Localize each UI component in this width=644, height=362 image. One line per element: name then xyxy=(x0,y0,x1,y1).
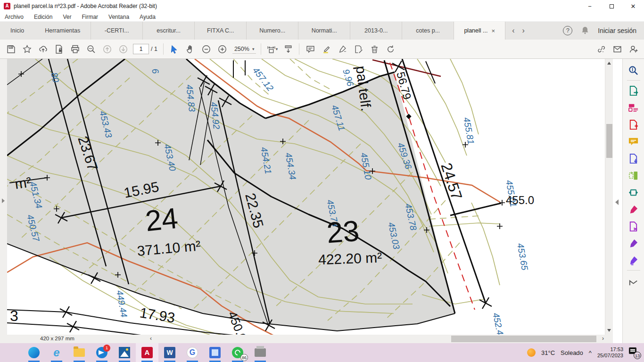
convert-pdf-button[interactable] xyxy=(626,218,642,235)
add-user-button[interactable] xyxy=(625,41,641,57)
scroll-up-icon[interactable] xyxy=(607,62,611,65)
menu-firmar[interactable]: Firmar xyxy=(82,14,98,20)
tray-chevron-icon[interactable]: ^ xyxy=(589,349,592,356)
fit-width-button[interactable]: ▾ xyxy=(264,41,280,57)
comment-button[interactable] xyxy=(302,41,318,57)
help-icon[interactable]: ? xyxy=(563,26,572,35)
zoom-in-button[interactable] xyxy=(215,41,231,57)
doc-tab-5[interactable]: 2013-0... xyxy=(350,22,402,40)
cadastral-map: .806453.43453.40451.34450.57449.44454.83… xyxy=(7,59,605,335)
weather-temp[interactable]: 31°C xyxy=(541,349,555,356)
vertical-scrollbar[interactable] xyxy=(605,59,613,335)
zoom-level-select[interactable]: 250% ▾ xyxy=(232,45,256,54)
save-button[interactable] xyxy=(3,41,19,57)
pdf-document-canvas[interactable]: .806453.43453.40451.34450.57449.44454.83… xyxy=(7,59,613,335)
notification-center-button[interactable]: 13 xyxy=(629,347,639,358)
photos-icon xyxy=(119,347,130,358)
menu-archivo[interactable]: Archivo xyxy=(5,14,24,20)
tab-inicio[interactable]: Inicio xyxy=(0,22,34,40)
taskbar-internet-explorer-button[interactable]: e xyxy=(45,343,68,362)
weather-sun-icon[interactable] xyxy=(527,348,536,357)
export-pdf-button[interactable] xyxy=(626,82,642,99)
refresh-button[interactable] xyxy=(382,41,398,57)
tab-herramientas[interactable]: Herramientas xyxy=(34,22,91,40)
collapse-tools-panel-icon[interactable] xyxy=(615,199,619,205)
expand-left-panel-icon[interactable] xyxy=(2,198,5,203)
doc-tab-0[interactable]: -CERTI... xyxy=(91,22,142,40)
menu-ventana[interactable]: Ventana xyxy=(108,14,129,20)
previous-page-button[interactable] xyxy=(99,41,115,57)
next-page-button[interactable] xyxy=(115,41,131,57)
share-link-button[interactable] xyxy=(593,41,609,57)
file-lock-button[interactable] xyxy=(51,41,67,57)
vertical-scrollbar-thumb[interactable] xyxy=(606,124,612,158)
scroll-right-icon[interactable]: › xyxy=(602,335,604,342)
page-scrolling-button[interactable] xyxy=(280,41,296,57)
doc-tab-active[interactable]: planell ...× xyxy=(454,22,505,40)
tab-scroll-back-icon[interactable]: ‹ xyxy=(512,26,514,35)
doc-tab-4[interactable]: Normati... xyxy=(298,22,350,40)
close-button[interactable]: ✕ xyxy=(622,0,644,12)
doc-tab-6[interactable]: cotes p... xyxy=(402,22,454,40)
email-button[interactable] xyxy=(609,41,625,57)
edit-pdf-button[interactable] xyxy=(626,99,642,116)
comment-tool-button[interactable] xyxy=(626,133,642,150)
scroll-down-icon[interactable] xyxy=(607,329,611,332)
clock[interactable]: 17:53 25/07/2023 xyxy=(597,346,623,359)
highlight-button[interactable] xyxy=(318,41,334,57)
weather-desc[interactable]: Soleado xyxy=(561,349,583,356)
taskbar-acrobat-button[interactable]: A xyxy=(136,343,158,362)
search-tool-button[interactable] xyxy=(626,62,642,79)
star-button[interactable] xyxy=(19,41,35,57)
thunderbird-badge: 1 xyxy=(103,345,110,352)
doc-tab-2[interactable]: FITXA C... xyxy=(194,22,246,40)
taskbar-printer-button[interactable] xyxy=(249,343,272,362)
search-button[interactable] xyxy=(83,41,99,57)
fill-sign-button[interactable] xyxy=(626,201,642,218)
taskbar-start-button[interactable] xyxy=(0,343,23,362)
maximize-button[interactable] xyxy=(601,0,622,12)
more-tools-button[interactable] xyxy=(626,252,642,269)
taskbar-photos-button[interactable] xyxy=(113,343,136,362)
menu-ayuda[interactable]: Ayuda xyxy=(140,14,156,20)
horizontal-scrollbar-thumb[interactable] xyxy=(451,336,596,342)
panel-more-arrow-icon[interactable] xyxy=(626,274,642,291)
taskbar-thunderbird-button[interactable]: 1 xyxy=(91,343,113,362)
tab-scroll-forward-icon[interactable]: › xyxy=(522,26,525,35)
fill-sign-button[interactable] xyxy=(334,41,350,57)
taskbar-google-app-button[interactable]: G xyxy=(181,343,204,362)
word-icon: W xyxy=(164,347,175,358)
taskbar-word-button[interactable]: W xyxy=(158,343,181,362)
taskbar-whatsapp-button[interactable]: 86 xyxy=(226,343,249,362)
menu-ver[interactable]: Ver xyxy=(63,14,71,20)
select-tool-button[interactable] xyxy=(166,41,182,57)
compress-pdf-button[interactable] xyxy=(626,184,642,201)
svg-text:23: 23 xyxy=(326,214,361,249)
internet-explorer-icon: e xyxy=(50,346,63,359)
taskbar-edge-button[interactable] xyxy=(23,343,45,362)
request-signatures-button[interactable] xyxy=(626,235,642,252)
taskbar-blue-app-button[interactable] xyxy=(204,343,226,362)
organize-pages-button[interactable] xyxy=(626,167,642,184)
menu-edicion[interactable]: Edición xyxy=(34,14,52,20)
combine-files-button[interactable] xyxy=(626,150,642,167)
print-button[interactable] xyxy=(67,41,83,57)
cloud-upload-button[interactable] xyxy=(35,41,51,57)
bell-icon[interactable] xyxy=(581,26,589,36)
hand-tool-button[interactable] xyxy=(182,41,198,57)
close-tab-icon[interactable]: × xyxy=(491,27,495,34)
doc-tab-3[interactable]: Numero... xyxy=(246,22,298,40)
whatsapp-badge: 86 xyxy=(240,354,248,361)
minimize-button[interactable]: − xyxy=(579,0,601,12)
edit-page-button[interactable] xyxy=(350,41,366,57)
system-tray: 31°C Soleado ^ 17:53 25/07/2023 13 xyxy=(527,343,644,362)
sign-in-button[interactable]: Iniciar sesión xyxy=(598,27,636,34)
page-number-input[interactable]: 1 xyxy=(133,44,149,54)
taskbar-file-explorer-button[interactable] xyxy=(68,343,91,362)
page-total-label: / 1 xyxy=(151,46,157,52)
zoom-out-button[interactable] xyxy=(198,41,215,57)
doc-tab-1[interactable]: escritur... xyxy=(142,22,194,40)
create-pdf-button[interactable] xyxy=(626,116,642,133)
delete-button[interactable] xyxy=(366,41,382,57)
scroll-left-icon[interactable]: ‹ xyxy=(150,335,152,342)
